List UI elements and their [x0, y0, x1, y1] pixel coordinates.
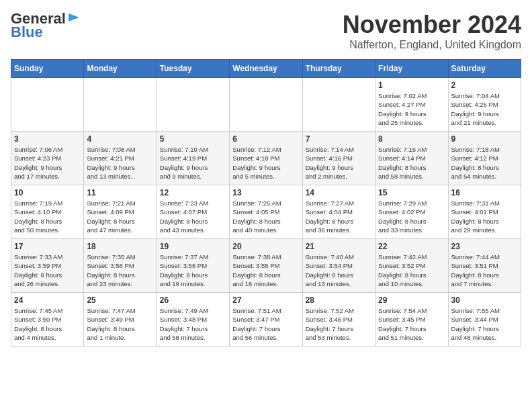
table-row: 14Sunrise: 7:27 AM Sunset: 4:04 PM Dayli… — [302, 185, 375, 239]
table-row: 2Sunrise: 7:04 AM Sunset: 4:25 PM Daylig… — [448, 78, 521, 132]
table-row: 17Sunrise: 7:33 AM Sunset: 3:59 PM Dayli… — [11, 239, 84, 293]
logo-text-blue: Blue — [11, 24, 43, 40]
day-number: 30 — [451, 295, 518, 305]
table-row — [157, 78, 229, 132]
day-number: 2 — [451, 81, 518, 90]
header-friday: Friday — [375, 60, 448, 78]
calendar-week-row: 17Sunrise: 7:33 AM Sunset: 3:59 PM Dayli… — [11, 239, 521, 293]
day-info: Sunrise: 7:27 AM Sunset: 4:04 PM Dayligh… — [306, 199, 372, 234]
day-number: 10 — [14, 188, 81, 197]
calendar-week-row: 1Sunrise: 7:02 AM Sunset: 4:27 PM Daylig… — [11, 78, 521, 132]
logo-arrow-icon — [67, 11, 81, 24]
header-tuesday: Tuesday — [157, 60, 229, 78]
calendar-week-row: 10Sunrise: 7:19 AM Sunset: 4:10 PM Dayli… — [11, 185, 521, 239]
calendar-table: Sunday Monday Tuesday Wednesday Thursday… — [11, 59, 521, 347]
day-number: 13 — [232, 188, 299, 197]
table-row: 20Sunrise: 7:38 AM Sunset: 3:55 PM Dayli… — [230, 239, 302, 293]
day-number: 29 — [378, 295, 445, 305]
day-number: 28 — [306, 295, 372, 305]
day-number: 17 — [14, 242, 81, 251]
day-info: Sunrise: 7:45 AM Sunset: 3:50 PM Dayligh… — [14, 306, 81, 342]
day-number: 5 — [160, 134, 226, 144]
day-info: Sunrise: 7:29 AM Sunset: 4:02 PM Dayligh… — [378, 199, 445, 234]
table-row — [302, 78, 375, 132]
table-row: 30Sunrise: 7:55 AM Sunset: 3:44 PM Dayli… — [448, 293, 521, 347]
day-info: Sunrise: 7:33 AM Sunset: 3:59 PM Dayligh… — [14, 253, 81, 288]
table-row: 24Sunrise: 7:45 AM Sunset: 3:50 PM Dayli… — [11, 293, 84, 347]
table-row — [84, 78, 157, 132]
table-row: 16Sunrise: 7:31 AM Sunset: 4:01 PM Dayli… — [448, 185, 521, 239]
table-row: 13Sunrise: 7:25 AM Sunset: 4:05 PM Dayli… — [230, 185, 302, 239]
day-number: 25 — [87, 295, 153, 305]
header-wednesday: Wednesday — [230, 60, 302, 78]
day-number: 24 — [14, 295, 81, 305]
table-row: 9Sunrise: 7:18 AM Sunset: 4:12 PM Daylig… — [448, 132, 521, 185]
day-info: Sunrise: 7:47 AM Sunset: 3:49 PM Dayligh… — [87, 306, 153, 342]
table-row: 8Sunrise: 7:16 AM Sunset: 4:14 PM Daylig… — [375, 132, 448, 185]
table-row: 5Sunrise: 7:10 AM Sunset: 4:19 PM Daylig… — [157, 132, 229, 185]
header-sunday: Sunday — [11, 60, 84, 78]
calendar-week-row: 24Sunrise: 7:45 AM Sunset: 3:50 PM Dayli… — [11, 293, 521, 347]
title-section: November 2024 Nafferton, England, United… — [343, 11, 521, 51]
day-info: Sunrise: 7:10 AM Sunset: 4:19 PM Dayligh… — [160, 145, 226, 181]
location-title: Nafferton, England, United Kingdom — [343, 39, 521, 51]
day-info: Sunrise: 7:37 AM Sunset: 3:56 PM Dayligh… — [160, 253, 226, 288]
day-number: 19 — [160, 242, 226, 251]
day-number: 18 — [87, 242, 153, 251]
table-row — [230, 78, 302, 132]
table-row: 4Sunrise: 7:08 AM Sunset: 4:21 PM Daylig… — [84, 132, 157, 185]
day-info: Sunrise: 7:21 AM Sunset: 4:09 PM Dayligh… — [87, 199, 153, 234]
day-info: Sunrise: 7:52 AM Sunset: 3:46 PM Dayligh… — [306, 306, 372, 342]
table-row: 19Sunrise: 7:37 AM Sunset: 3:56 PM Dayli… — [157, 239, 229, 293]
day-info: Sunrise: 7:08 AM Sunset: 4:21 PM Dayligh… — [87, 145, 153, 181]
day-number: 11 — [87, 188, 153, 197]
day-number: 3 — [14, 134, 81, 144]
svg-marker-0 — [69, 13, 79, 21]
day-number: 14 — [306, 188, 372, 197]
day-info: Sunrise: 7:35 AM Sunset: 3:58 PM Dayligh… — [87, 253, 153, 288]
day-number: 21 — [306, 242, 372, 251]
day-number: 4 — [87, 134, 153, 144]
day-info: Sunrise: 7:23 AM Sunset: 4:07 PM Dayligh… — [160, 199, 226, 234]
day-number: 16 — [451, 188, 518, 197]
calendar-header-row: Sunday Monday Tuesday Wednesday Thursday… — [11, 60, 521, 78]
day-info: Sunrise: 7:16 AM Sunset: 4:14 PM Dayligh… — [378, 145, 445, 181]
day-info: Sunrise: 7:18 AM Sunset: 4:12 PM Dayligh… — [451, 145, 518, 181]
day-number: 27 — [232, 295, 299, 305]
day-number: 9 — [451, 134, 518, 144]
day-info: Sunrise: 7:31 AM Sunset: 4:01 PM Dayligh… — [451, 199, 518, 234]
page-header: General Blue November 2024 Nafferton, En… — [11, 11, 521, 51]
day-info: Sunrise: 7:44 AM Sunset: 3:51 PM Dayligh… — [451, 253, 518, 288]
day-number: 12 — [160, 188, 226, 197]
table-row: 22Sunrise: 7:42 AM Sunset: 3:52 PM Dayli… — [375, 239, 448, 293]
day-number: 26 — [160, 295, 226, 305]
day-info: Sunrise: 7:14 AM Sunset: 4:16 PM Dayligh… — [306, 145, 372, 181]
day-number: 8 — [378, 134, 445, 144]
day-number: 23 — [451, 242, 518, 251]
table-row: 1Sunrise: 7:02 AM Sunset: 4:27 PM Daylig… — [375, 78, 448, 132]
day-info: Sunrise: 7:04 AM Sunset: 4:25 PM Dayligh… — [451, 91, 518, 127]
header-saturday: Saturday — [448, 60, 521, 78]
table-row: 3Sunrise: 7:06 AM Sunset: 4:23 PM Daylig… — [11, 132, 84, 185]
day-number: 6 — [232, 134, 299, 144]
day-info: Sunrise: 7:38 AM Sunset: 3:55 PM Dayligh… — [232, 253, 299, 288]
day-info: Sunrise: 7:02 AM Sunset: 4:27 PM Dayligh… — [378, 91, 445, 127]
table-row: 26Sunrise: 7:49 AM Sunset: 3:48 PM Dayli… — [157, 293, 229, 347]
table-row: 18Sunrise: 7:35 AM Sunset: 3:58 PM Dayli… — [84, 239, 157, 293]
table-row: 27Sunrise: 7:51 AM Sunset: 3:47 PM Dayli… — [230, 293, 302, 347]
day-info: Sunrise: 7:42 AM Sunset: 3:52 PM Dayligh… — [378, 253, 445, 288]
table-row — [11, 78, 84, 132]
table-row: 10Sunrise: 7:19 AM Sunset: 4:10 PM Dayli… — [11, 185, 84, 239]
day-info: Sunrise: 7:19 AM Sunset: 4:10 PM Dayligh… — [14, 199, 81, 234]
table-row: 6Sunrise: 7:12 AM Sunset: 4:18 PM Daylig… — [230, 132, 302, 185]
day-info: Sunrise: 7:40 AM Sunset: 3:54 PM Dayligh… — [306, 253, 372, 288]
day-info: Sunrise: 7:06 AM Sunset: 4:23 PM Dayligh… — [14, 145, 81, 181]
day-info: Sunrise: 7:25 AM Sunset: 4:05 PM Dayligh… — [232, 199, 299, 234]
header-thursday: Thursday — [302, 60, 375, 78]
day-info: Sunrise: 7:12 AM Sunset: 4:18 PM Dayligh… — [232, 145, 299, 181]
table-row: 15Sunrise: 7:29 AM Sunset: 4:02 PM Dayli… — [375, 185, 448, 239]
day-number: 20 — [232, 242, 299, 251]
day-number: 1 — [378, 81, 445, 90]
day-number: 7 — [306, 134, 372, 144]
day-number: 22 — [378, 242, 445, 251]
